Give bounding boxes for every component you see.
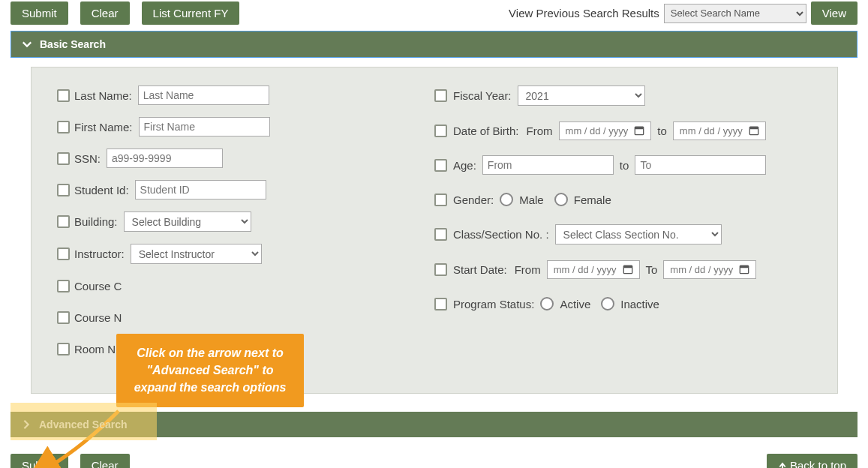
dob-from-input[interactable]: mm / dd / yyyy <box>559 122 652 140</box>
gender-male-radio[interactable] <box>500 193 513 206</box>
program-inactive-label: Inactive <box>620 298 659 310</box>
class-section-label: Class/Section No. : <box>453 228 549 241</box>
fiscal-year-select[interactable]: 2021 <box>518 86 645 106</box>
start-date-checkbox[interactable] <box>434 263 447 276</box>
instructor-checkbox[interactable] <box>57 248 70 260</box>
dob-to-input[interactable]: mm / dd / yyyy <box>673 122 766 140</box>
instructor-select[interactable]: Select Instructor <box>131 244 262 264</box>
room-number-checkbox[interactable] <box>57 343 70 356</box>
svg-rect-7 <box>740 266 748 268</box>
age-label: Age: <box>453 159 476 172</box>
fiscal-year-label: Fiscal Year: <box>453 89 512 102</box>
age-to-input[interactable] <box>635 155 766 175</box>
arrow-up-icon <box>778 461 787 468</box>
first-name-checkbox[interactable] <box>57 121 70 134</box>
clear-button-top[interactable]: Clear <box>80 2 130 25</box>
advanced-search-header[interactable]: Advanced Search <box>11 412 857 437</box>
chevron-right-icon <box>21 419 32 430</box>
start-date-from-label: From <box>515 263 541 276</box>
gender-checkbox[interactable] <box>434 194 447 206</box>
building-select[interactable]: Select Building <box>124 212 251 232</box>
ssn-label: SSN: <box>74 152 101 165</box>
svg-rect-3 <box>749 127 758 129</box>
course-n-checkbox[interactable] <box>57 311 70 324</box>
dob-from-label: From <box>527 124 553 137</box>
calendar-icon <box>634 125 644 136</box>
basic-search-header[interactable]: Basic Search <box>11 31 857 58</box>
gender-female-radio[interactable] <box>554 193 568 206</box>
age-to-label: to <box>620 159 629 172</box>
class-section-checkbox[interactable] <box>434 228 447 241</box>
gender-male-label: Male <box>519 194 544 206</box>
dob-to-label: to <box>657 124 667 137</box>
age-from-input[interactable] <box>482 155 614 175</box>
course-c-checkbox[interactable] <box>57 280 70 292</box>
ssn-input[interactable] <box>107 148 223 168</box>
first-name-input[interactable] <box>139 117 270 136</box>
basic-search-title: Basic Search <box>40 38 106 50</box>
last-name-input[interactable] <box>138 86 269 105</box>
student-id-label: Student Id: <box>74 184 129 196</box>
program-status-label: Program Status: <box>453 298 534 310</box>
start-date-to-label: To <box>646 263 658 276</box>
first-name-label: First Name: <box>74 121 133 134</box>
course-n-label: Course N <box>74 311 122 324</box>
view-button[interactable]: View <box>811 2 857 25</box>
program-inactive-radio[interactable] <box>601 297 614 310</box>
course-c-label: Course C <box>74 280 122 292</box>
start-date-from-input[interactable]: mm / dd / yyyy <box>547 260 640 279</box>
fiscal-year-checkbox[interactable] <box>434 89 447 102</box>
chevron-down-icon <box>22 39 32 50</box>
building-label: Building: <box>74 215 118 228</box>
back-to-top-button[interactable]: Back to top <box>767 454 857 468</box>
svg-rect-1 <box>635 127 644 129</box>
building-checkbox[interactable] <box>57 215 70 228</box>
student-id-input[interactable] <box>135 180 266 200</box>
advanced-search-title: Advanced Search <box>39 418 128 430</box>
calendar-icon <box>749 125 759 136</box>
svg-rect-5 <box>623 266 632 268</box>
tutorial-tooltip: Click on the arrow next to "Advanced Sea… <box>116 334 304 407</box>
class-section-select[interactable]: Select Class Section No. <box>555 224 722 244</box>
program-active-label: Active <box>560 298 590 310</box>
student-id-checkbox[interactable] <box>57 184 70 196</box>
program-status-checkbox[interactable] <box>434 298 447 310</box>
start-date-label: Start Date: <box>453 263 507 276</box>
list-current-fy-button[interactable]: List Current FY <box>142 2 240 25</box>
instructor-label: Instructor: <box>74 248 125 260</box>
last-name-checkbox[interactable] <box>57 89 70 102</box>
start-date-to-input[interactable]: mm / dd / yyyy <box>663 260 756 279</box>
gender-label: Gender: <box>453 194 494 206</box>
program-active-radio[interactable] <box>540 297 554 310</box>
gender-female-label: Female <box>574 194 611 206</box>
submit-button-top[interactable]: Submit <box>11 2 68 25</box>
age-checkbox[interactable] <box>434 159 447 172</box>
ssn-checkbox[interactable] <box>57 152 70 165</box>
tutorial-arrow-icon <box>32 407 122 468</box>
calendar-icon <box>739 264 749 274</box>
dob-checkbox[interactable] <box>434 124 447 137</box>
search-name-select[interactable]: Select Search Name <box>664 4 806 23</box>
previous-search-label: View Previous Search Results <box>509 7 659 20</box>
calendar-icon <box>623 264 633 274</box>
dob-label: Date of Birth: <box>453 124 519 137</box>
last-name-label: Last Name: <box>74 89 132 102</box>
